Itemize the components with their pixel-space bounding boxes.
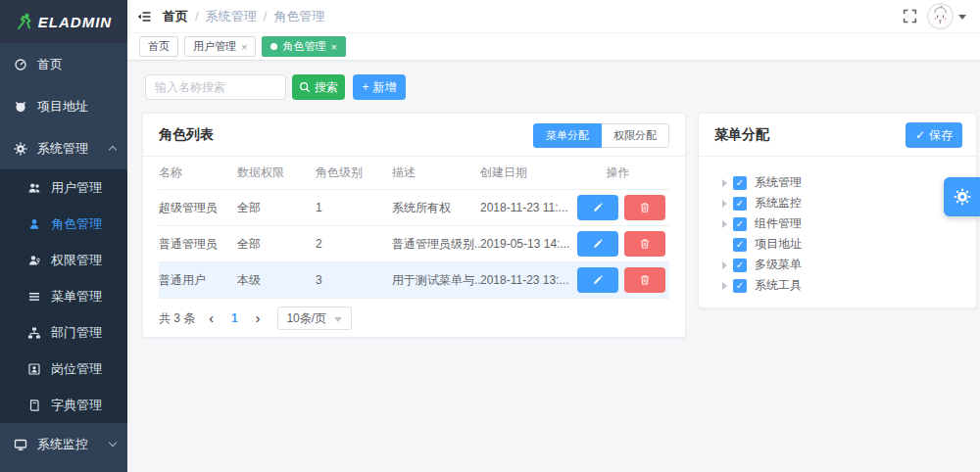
close-icon[interactable]: × bbox=[330, 41, 336, 53]
sidebar-item-dictionary[interactable]: 字典管理 bbox=[0, 387, 127, 423]
sidebar-item-label: 用户管理 bbox=[51, 179, 102, 197]
delete-button[interactable] bbox=[624, 195, 665, 220]
delete-button[interactable] bbox=[624, 267, 665, 293]
tab-user-management[interactable]: 用户管理 × bbox=[184, 36, 256, 57]
github-icon bbox=[14, 100, 27, 114]
sidebar-item-tools[interactable]: 系统工具 bbox=[0, 465, 127, 472]
sidebar-item-menus[interactable]: 菜单管理 bbox=[0, 278, 127, 314]
breadcrumb-section: 系统管理 bbox=[206, 8, 257, 25]
menu-tree: ✓ 系统管理 ✓ 系统监控 ✓ 组件管理 ✓ 项目地址 ✓ 多级菜单 bbox=[699, 157, 976, 296]
expand-caret-icon[interactable] bbox=[722, 261, 727, 269]
trash-icon bbox=[639, 238, 651, 250]
role-list-card: 角色列表 菜单分配 权限分配 名称 数据权限 角色级别 描述 创建日期 操作 超… bbox=[142, 113, 686, 338]
page-size-value: 10条/页 bbox=[286, 310, 326, 327]
tree-node-label: 组件管理 bbox=[755, 215, 802, 232]
checkbox-checked[interactable]: ✓ bbox=[733, 279, 747, 293]
role-card-header: 角色列表 菜单分配 权限分配 bbox=[143, 114, 685, 157]
sidebar-fold-icon[interactable] bbox=[137, 10, 151, 24]
sidebar-item-home[interactable]: 首页 bbox=[0, 43, 127, 85]
sidebar-item-label: 系统管理 bbox=[37, 140, 88, 158]
expand-caret-icon[interactable] bbox=[722, 282, 727, 290]
next-page-button[interactable]: › bbox=[252, 310, 265, 326]
delete-button[interactable] bbox=[624, 231, 665, 257]
app-title: ELADMIN bbox=[38, 14, 112, 30]
checkbox-checked[interactable]: ✓ bbox=[733, 197, 747, 211]
permission-assign-button[interactable]: 权限分配 bbox=[602, 123, 669, 148]
page-size-select[interactable]: 10条/页 bbox=[277, 307, 352, 330]
chevron-down-icon bbox=[109, 439, 117, 447]
save-button[interactable]: ✓ 保存 bbox=[906, 122, 962, 148]
tree-node[interactable]: ✓ 系统管理 bbox=[722, 172, 976, 193]
menu-list-icon bbox=[27, 290, 41, 304]
menu-assign-card: 菜单分配 ✓ 保存 ✓ 系统管理 ✓ 系统监控 ✓ 组件管理 bbox=[698, 113, 977, 308]
monitor-icon bbox=[14, 438, 27, 451]
checkbox-checked[interactable]: ✓ bbox=[733, 238, 747, 252]
caret-down-icon bbox=[334, 317, 342, 322]
close-icon[interactable]: × bbox=[241, 41, 247, 53]
breadcrumb-separator: / bbox=[264, 9, 268, 24]
edit-button[interactable] bbox=[577, 231, 618, 257]
sidebar-item-monitor[interactable]: 系统监控 bbox=[0, 423, 127, 465]
menu-card-title: 菜单分配 bbox=[714, 126, 769, 144]
breadcrumb: 首页 / 系统管理 / 角色管理 bbox=[163, 8, 324, 25]
tree-node[interactable]: ✓ 组件管理 bbox=[722, 213, 976, 234]
edit-button[interactable] bbox=[577, 195, 618, 220]
tab-role-management[interactable]: 角色管理 × bbox=[262, 36, 345, 57]
col-header-desc: 描述 bbox=[392, 165, 480, 181]
expand-caret-icon[interactable] bbox=[722, 179, 727, 187]
app-logo[interactable]: ELADMIN bbox=[0, 0, 127, 43]
menu-assign-button[interactable]: 菜单分配 bbox=[533, 123, 602, 148]
cell-desc: 用于测试菜单与... bbox=[392, 272, 480, 289]
sidebar-item-departments[interactable]: 部门管理 bbox=[0, 314, 127, 351]
search-button-label: 搜索 bbox=[315, 79, 338, 96]
sidebar-item-system[interactable]: 系统管理 bbox=[0, 127, 127, 169]
pencil-icon bbox=[592, 238, 604, 250]
prev-page-button[interactable]: ‹ bbox=[205, 310, 218, 326]
col-header-name: 名称 bbox=[159, 165, 237, 181]
chevron-up-icon bbox=[109, 146, 117, 154]
checkbox-checked[interactable]: ✓ bbox=[733, 217, 747, 231]
table-header-row: 名称 数据权限 角色级别 描述 创建日期 操作 bbox=[159, 157, 669, 190]
avatar bbox=[927, 3, 954, 29]
tree-node[interactable]: ✓ 系统工具 bbox=[722, 275, 976, 296]
tree-node[interactable]: ✓ 系统监控 bbox=[722, 193, 976, 213]
tree-node[interactable]: ✓ 项目地址 bbox=[722, 234, 976, 255]
sidebar-item-permissions[interactable]: 权限管理 bbox=[0, 242, 127, 278]
tab-home[interactable]: 首页 bbox=[139, 36, 178, 57]
gear-icon bbox=[954, 188, 971, 206]
check-icon: ✓ bbox=[915, 128, 925, 142]
expand-caret-icon[interactable] bbox=[722, 200, 727, 208]
edit-button[interactable] bbox=[577, 267, 618, 293]
checkbox-checked[interactable]: ✓ bbox=[733, 259, 747, 272]
checkbox-checked[interactable]: ✓ bbox=[733, 176, 747, 190]
cell-scope: 全部 bbox=[237, 200, 316, 216]
breadcrumb-home[interactable]: 首页 bbox=[163, 8, 188, 25]
pagination: 共 3 条 ‹ 1 › 10条/页 bbox=[143, 299, 685, 338]
permission-icon bbox=[27, 254, 41, 267]
expand-caret-icon[interactable] bbox=[722, 220, 727, 228]
sidebar-item-project[interactable]: 项目地址 bbox=[0, 85, 127, 127]
sidebar-item-label: 权限管理 bbox=[51, 252, 102, 269]
sidebar-item-label: 菜单管理 bbox=[51, 288, 102, 306]
sidebar-item-jobs[interactable]: 岗位管理 bbox=[0, 351, 127, 387]
gear-icon bbox=[14, 142, 27, 156]
role-table: 名称 数据权限 角色级别 描述 创建日期 操作 超级管理员 全部 1 系统所有权… bbox=[159, 157, 669, 299]
fullscreen-icon[interactable] bbox=[903, 9, 917, 24]
table-row-selected[interactable]: 普通用户 本级 3 用于测试菜单与... 2018-11-23 13:... bbox=[159, 262, 669, 299]
col-header-ops: 操作 bbox=[572, 165, 669, 181]
user-menu[interactable] bbox=[927, 3, 966, 29]
sidebar-item-roles[interactable]: 角色管理 bbox=[0, 206, 127, 242]
tree-node[interactable]: ✓ 多级菜单 bbox=[722, 255, 976, 275]
search-button[interactable]: 搜索 bbox=[292, 74, 345, 100]
add-button[interactable]: + 新增 bbox=[353, 74, 406, 100]
table-row[interactable]: 普通管理员 全部 2 普通管理员级别... 2019-05-13 14:... bbox=[159, 226, 669, 262]
cell-date: 2018-11-23 11:... bbox=[480, 201, 572, 214]
top-navbar: 首页 / 系统管理 / 角色管理 bbox=[127, 0, 980, 33]
breadcrumb-separator: / bbox=[195, 9, 199, 24]
table-row[interactable]: 超级管理员 全部 1 系统所有权 2018-11-23 11:... bbox=[159, 190, 669, 226]
theme-settings-button[interactable] bbox=[944, 177, 980, 216]
search-input[interactable] bbox=[145, 74, 286, 100]
dictionary-icon bbox=[27, 399, 41, 412]
current-page[interactable]: 1 bbox=[227, 311, 242, 325]
sidebar-item-users[interactable]: 用户管理 bbox=[0, 169, 127, 206]
